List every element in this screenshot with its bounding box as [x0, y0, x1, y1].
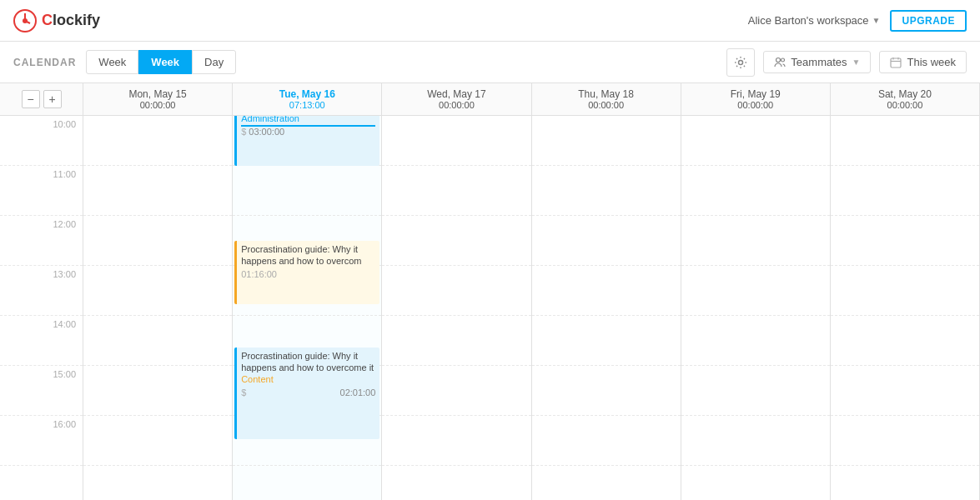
svg-point-6 [781, 58, 785, 62]
day-name-tue: Tue, May 16 [236, 88, 378, 100]
event-block-2[interactable]: Procrastination guide: Why it happens an… [234, 241, 379, 304]
upgrade-button[interactable]: UPGRADE [890, 10, 967, 32]
hour-wed-15[interactable] [382, 366, 530, 416]
day-name-wed: Wed, May 17 [385, 88, 527, 100]
day-header-fri: Fri, May 19 00:00:00 [681, 83, 831, 115]
hour-sat-16[interactable] [831, 416, 979, 466]
teammates-icon [774, 57, 786, 68]
hour-wed-13[interactable] [382, 266, 530, 316]
day-name-fri: Fri, May 19 [685, 88, 827, 100]
hour-mon-14[interactable] [83, 316, 232, 366]
hour-fri-11[interactable] [681, 166, 830, 216]
hour-fri-14[interactable] [681, 316, 830, 366]
day-header-tue: Tue, May 16 07:13:00 [233, 83, 382, 115]
hour-sat-14[interactable] [831, 316, 979, 366]
hour-mon-16[interactable] [83, 416, 232, 466]
hour-fri-12[interactable] [681, 216, 830, 266]
day-col-sat[interactable] [831, 116, 980, 500]
hour-thu-12[interactable] [532, 216, 681, 266]
hour-thu-16[interactable] [532, 416, 681, 466]
navbar: Clockify Alice Barton's workspace ▼ UPGR… [0, 0, 980, 42]
hour-mon-10[interactable] [83, 116, 232, 166]
calendar-container: − + Mon, May 15 00:00:00 Tue, May 16 07:… [0, 83, 980, 500]
hour-wed-11[interactable] [382, 166, 530, 216]
event2-footer: 01:16:00 [241, 269, 375, 279]
hour-thu-10[interactable] [532, 116, 681, 166]
hour-fri-15[interactable] [681, 366, 830, 416]
day-time-wed: 00:00:00 [385, 100, 527, 110]
day-header-sat: Sat, May 20 00:00:00 [831, 83, 980, 115]
time-label-15: 15:00 [0, 366, 83, 416]
hour-fri-13[interactable] [681, 266, 830, 316]
hour-mon-11[interactable] [83, 166, 232, 216]
this-week-label: This week [907, 56, 956, 68]
teammates-label: Teammates [791, 56, 847, 68]
event-block-1[interactable]: to overcome it Administration $ 03:00:00 [234, 116, 379, 166]
event-block-3[interactable]: Procrastination guide: Why it happens an… [234, 348, 379, 439]
zoom-out-button[interactable]: − [22, 90, 40, 108]
hour-fri-10[interactable] [681, 116, 830, 166]
zoom-in-button[interactable]: + [43, 90, 62, 108]
calendar-body: 10:00 11:00 12:00 13:00 14:00 15:00 16:0… [0, 116, 980, 500]
day-name-mon: Mon, May 15 [87, 88, 229, 100]
hour-mon-13[interactable] [83, 266, 232, 316]
hour-thu-11[interactable] [532, 166, 681, 216]
subheader-right: Teammates ▼ This week [726, 48, 967, 77]
calendar-icon [890, 57, 902, 68]
workspace-selector[interactable]: Alice Barton's workspace ▼ [748, 14, 881, 27]
calendar-label: CALENDAR [13, 57, 76, 68]
clockify-logo-icon [13, 9, 37, 32]
logo: Clockify [13, 9, 100, 32]
hour-wed-10[interactable] [382, 116, 530, 166]
day-time-mon: 00:00:00 [87, 100, 229, 110]
tab-week-active[interactable]: Week [138, 50, 192, 74]
hour-wed-14[interactable] [382, 316, 530, 366]
day-name-sat: Sat, May 20 [834, 88, 976, 100]
hour-sat-11[interactable] [831, 166, 979, 216]
event2-duration: 01:16:00 [241, 269, 277, 279]
hour-thu-14[interactable] [532, 316, 681, 366]
day-col-wed[interactable] [382, 116, 531, 500]
subheader: CALENDAR Week Week Day Teammates ▼ [0, 42, 980, 83]
settings-button[interactable] [726, 48, 755, 77]
tab-week[interactable]: Week [86, 50, 138, 74]
gear-icon [734, 56, 747, 69]
hour-fri-16[interactable] [681, 416, 830, 466]
time-label-11: 11:00 [0, 166, 83, 216]
this-week-button[interactable]: This week [879, 51, 967, 73]
logo-text: Clockify [42, 12, 100, 29]
hour-wed-12[interactable] [382, 216, 530, 266]
day-col-tue[interactable]: to overcome it Administration $ 03:00:00… [233, 116, 382, 500]
day-col-fri[interactable] [681, 116, 831, 500]
calendar-header-row: − + Mon, May 15 00:00:00 Tue, May 16 07:… [0, 83, 980, 116]
hour-sat-12[interactable] [831, 216, 979, 266]
tab-day[interactable]: Day [192, 50, 236, 74]
day-col-thu[interactable] [532, 116, 681, 500]
day-columns: to overcome it Administration $ 03:00:00… [83, 116, 980, 500]
event3-billable-icon: $ [241, 388, 246, 398]
hour-wed-16[interactable] [382, 416, 530, 466]
event3-footer: $ 02:01:00 [241, 388, 375, 398]
event1-footer: $ 03:00:00 [241, 127, 375, 137]
event1-project: Administration [241, 116, 375, 123]
time-label-10: 10:00 [0, 116, 83, 166]
event3-duration: 02:01:00 [340, 388, 376, 398]
day-header-wed: Wed, May 17 00:00:00 [382, 83, 531, 115]
hour-sat-13[interactable] [831, 266, 979, 316]
time-label-16: 16:00 [0, 416, 83, 466]
day-time-tue: 07:13:00 [236, 100, 378, 110]
time-gutter-header: − + [0, 83, 83, 115]
teammates-button[interactable]: Teammates ▼ [763, 51, 871, 73]
teammates-caret-icon: ▼ [852, 58, 861, 67]
day-header-mon: Mon, May 15 00:00:00 [83, 83, 233, 115]
day-col-mon[interactable] [83, 116, 233, 500]
hour-mon-15[interactable] [83, 366, 232, 416]
svg-point-5 [776, 58, 781, 62]
hour-sat-10[interactable] [831, 116, 979, 166]
hour-sat-15[interactable] [831, 366, 979, 416]
hour-mon-12[interactable] [83, 216, 232, 266]
hour-tue-11[interactable] [233, 166, 381, 216]
hour-thu-13[interactable] [532, 266, 681, 316]
tab-group: CALENDAR Week Week Day [13, 50, 236, 74]
hour-thu-15[interactable] [532, 366, 681, 416]
